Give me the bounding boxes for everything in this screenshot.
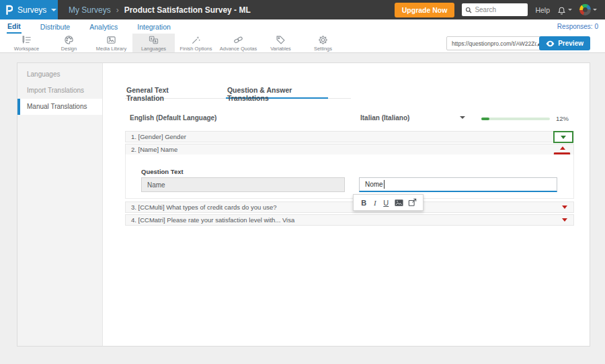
underline-button[interactable]: U: [382, 199, 390, 207]
translation-progress-bar: [481, 118, 550, 120]
bell-icon: [557, 5, 566, 15]
survey-url-input[interactable]: [452, 40, 536, 47]
progress-fill: [481, 118, 489, 120]
workspace-icon: [22, 35, 32, 45]
avatar: [579, 4, 591, 15]
translate-icon: [149, 35, 159, 45]
toolbar-design-button[interactable]: Design: [48, 34, 90, 52]
toolbar-finish-options-button[interactable]: Finish Options: [175, 34, 217, 52]
sidebar-item-import-translations[interactable]: Import Translations: [17, 83, 102, 99]
survey-title: Product Satisfaction Survey - ML: [124, 5, 251, 15]
translation-text-input[interactable]: [359, 177, 557, 192]
magic-wand-icon: [191, 35, 201, 45]
questionpro-logo-icon[interactable]: [5, 5, 13, 15]
source-language-label: English (Default Language): [130, 114, 216, 122]
progress-percent-label: 12%: [556, 115, 569, 122]
nav-item-analytics[interactable]: Analytics: [89, 21, 118, 33]
expand-row-caret-icon[interactable]: [562, 218, 567, 222]
toolbar-advance-quotas-button[interactable]: Advance Quotas: [217, 34, 259, 52]
chevron-down-icon: [568, 9, 572, 11]
formatting-toolbar: B I U: [353, 194, 424, 211]
product-switcher[interactable]: Surveys: [0, 0, 58, 19]
chevron-down-icon: [593, 9, 597, 11]
global-search[interactable]: [462, 3, 528, 16]
topbar-right-group: Upgrade Now Help: [395, 3, 605, 17]
question-row-ccmulti[interactable]: 3. [CCMulti] What types of credit cards …: [125, 201, 574, 213]
notifications-menu[interactable]: [557, 5, 572, 15]
eye-icon: [546, 40, 555, 47]
upgrade-now-button[interactable]: Upgrade Now: [395, 3, 455, 17]
insert-link-button[interactable]: [408, 198, 417, 207]
section-nav: Edit Distribute Analytics Integration Re…: [0, 19, 605, 34]
preview-button[interactable]: Preview: [539, 36, 590, 50]
question-text-editor-panel: Question Text B I U: [125, 154, 574, 199]
account-menu[interactable]: [579, 4, 597, 15]
search-input[interactable]: [475, 6, 522, 13]
question-row-ccmatri[interactable]: 4. [CCMatri] Please rate your satisfacti…: [125, 214, 574, 226]
translations-sidebar: Languages Import Translations Manual Tra…: [17, 63, 103, 346]
bold-button[interactable]: B: [360, 199, 368, 207]
image-icon: [106, 35, 116, 45]
edit-toolbar: Workspace Design Media Library Languages…: [0, 34, 605, 53]
question-text-label: Question Text: [141, 168, 184, 175]
source-text-input[interactable]: [141, 177, 345, 192]
translation-input-wrap: [359, 177, 557, 192]
nav-item-edit[interactable]: Edit: [7, 20, 22, 34]
toolbar-variables-button[interactable]: Variables: [259, 34, 302, 52]
text-cursor: [384, 180, 385, 189]
breadcrumb-my-surveys[interactable]: My Surveys: [69, 5, 111, 15]
chain-link-icon: [233, 35, 243, 45]
translations-card: Languages Import Translations Manual Tra…: [17, 62, 590, 347]
questionpro-app: Surveys My Surveys › Product Satisfactio…: [0, 0, 605, 364]
italic-button[interactable]: I: [372, 199, 378, 207]
survey-url-box: [446, 36, 547, 50]
product-label[interactable]: Surveys: [17, 5, 46, 15]
chevron-down-icon[interactable]: [460, 116, 465, 119]
search-icon: [465, 7, 472, 13]
tag-icon: [276, 35, 286, 45]
question-row-name[interactable]: 2. [Name] Name: [125, 144, 574, 155]
toolbar-media-library-button[interactable]: Media Library: [90, 34, 132, 52]
sidebar-item-languages[interactable]: Languages: [17, 66, 102, 83]
toolbar-workspace-button[interactable]: Workspace: [5, 34, 48, 52]
tab-general-text-translation[interactable]: General Text Translation: [125, 83, 203, 98]
nav-item-integration[interactable]: Integration: [136, 21, 171, 33]
expand-row-caret-icon[interactable]: [562, 206, 567, 209]
breadcrumb-separator: ›: [116, 5, 119, 15]
question-row-gender[interactable]: 1. [Gender] Gender: [125, 131, 574, 142]
toolbar-languages-button[interactable]: Languages: [132, 34, 175, 52]
insert-image-button[interactable]: [395, 199, 403, 207]
top-bar: Surveys My Surveys › Product Satisfactio…: [0, 0, 605, 19]
toolbar-settings-button[interactable]: Settings: [302, 34, 344, 52]
nav-item-distribute[interactable]: Distribute: [40, 21, 71, 33]
help-link[interactable]: Help: [535, 6, 550, 14]
responses-count[interactable]: Responses: 0: [557, 23, 598, 30]
sidebar-item-manual-translations[interactable]: Manual Translations: [17, 99, 102, 115]
palette-icon: [64, 35, 74, 45]
gear-icon: [318, 35, 328, 45]
translation-tabs: General Text Translation Question & Answ…: [125, 83, 351, 99]
chevron-down-icon: [51, 9, 56, 11]
collapse-row-caret-icon[interactable]: [560, 146, 565, 150]
expand-row-caret-icon[interactable]: [561, 136, 566, 139]
breadcrumb: My Surveys › Product Satisfaction Survey…: [69, 5, 251, 15]
target-language-select[interactable]: Italian (Italiano): [360, 114, 409, 122]
tab-question-answer-translations[interactable]: Question & Answer Translations: [226, 83, 328, 99]
annotation-highlight-box: [553, 131, 573, 143]
